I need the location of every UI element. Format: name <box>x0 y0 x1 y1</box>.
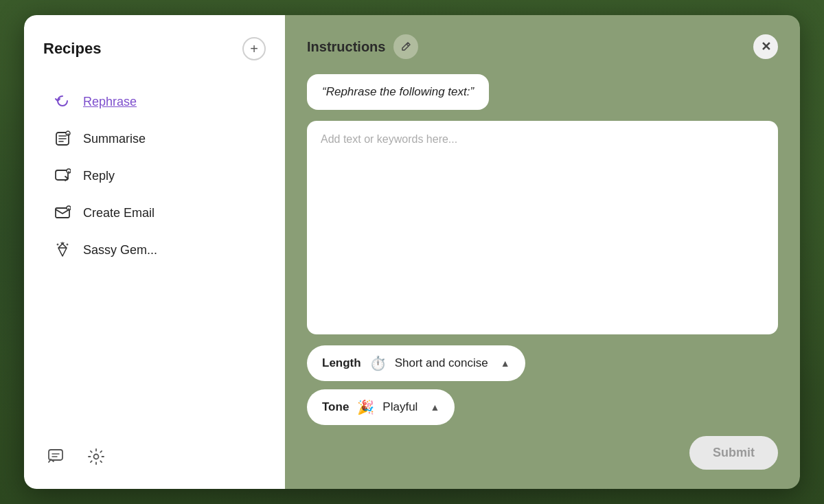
tone-option[interactable]: Tone 🎉 Playful ▲ <box>307 389 455 425</box>
recipe-item-rephrase[interactable]: Rephrase <box>43 85 266 118</box>
svg-text:✦: ✦ <box>67 207 70 211</box>
svg-line-24 <box>407 44 409 46</box>
settings-icon-button[interactable] <box>83 444 109 470</box>
instructions-title: Instructions <box>307 39 385 55</box>
summarise-label: Summarise <box>83 132 146 146</box>
prompt-bubble: “Rephrase the following text:” <box>307 74 489 110</box>
tone-label: Tone <box>322 400 349 414</box>
svg-text:✦: ✦ <box>67 170 70 174</box>
textarea-placeholder: Add text or keywords here... <box>321 133 457 145</box>
recipe-list: Rephrase ✦ Summarise <box>43 85 266 433</box>
svg-line-15 <box>61 243 62 244</box>
reply-label: Reply <box>83 169 115 183</box>
rephrase-label: Rephrase <box>83 95 137 109</box>
add-recipe-button[interactable]: + <box>242 37 266 60</box>
email-icon: ✦ <box>53 205 72 221</box>
length-emoji: ⏱️ <box>369 355 387 371</box>
rephrase-icon <box>53 93 72 110</box>
tone-emoji: 🎉 <box>357 399 374 415</box>
recipe-item-sassy-gem[interactable]: Sassy Gem... <box>43 233 266 266</box>
svg-point-23 <box>94 455 99 459</box>
recipes-title: Recipes <box>43 40 101 58</box>
reply-icon: ✦ <box>53 168 72 184</box>
options-area: Length ⏱️ Short and concise ▲ Tone 🎉 Pla… <box>307 345 778 425</box>
svg-rect-20 <box>49 450 62 460</box>
chat-icon-button[interactable] <box>43 444 69 470</box>
create-email-label: Create Email <box>83 206 154 220</box>
length-chevron-icon: ▲ <box>501 358 510 369</box>
edit-icon-button[interactable] <box>393 34 418 59</box>
length-option[interactable]: Length ⏱️ Short and concise ▲ <box>307 345 525 381</box>
length-label: Length <box>322 356 361 370</box>
submit-button[interactable]: Submit <box>689 436 778 470</box>
recipe-item-summarise[interactable]: ✦ Summarise <box>43 122 266 155</box>
prompt-text: “Rephrase the following text:” <box>322 85 474 99</box>
sassy-gem-label: Sassy Gem... <box>83 243 157 257</box>
recipe-item-create-email[interactable]: ✦ Create Email <box>43 196 266 229</box>
summarise-icon: ✦ <box>53 130 72 147</box>
recipe-item-reply[interactable]: ✦ Reply <box>43 159 266 192</box>
tone-chevron-icon: ▲ <box>430 402 439 413</box>
right-panel: Instructions ✕ “Rephrase the following t… <box>285 15 800 489</box>
left-footer <box>43 433 266 470</box>
recipes-header: Recipes + <box>43 37 266 60</box>
right-header: Instructions ✕ <box>307 34 778 59</box>
gem-icon <box>53 242 72 258</box>
left-panel: Recipes + Rephrase <box>24 15 285 489</box>
svg-line-14 <box>63 243 64 244</box>
tone-value: Playful <box>382 400 417 414</box>
bottom-row: Submit <box>307 436 778 470</box>
instructions-title-area: Instructions <box>307 34 418 59</box>
close-button[interactable]: ✕ <box>753 34 778 59</box>
length-value: Short and concise <box>395 356 488 370</box>
text-input-area[interactable]: Add text or keywords here... <box>307 121 778 334</box>
svg-rect-6 <box>56 170 68 180</box>
main-container: Recipes + Rephrase <box>24 15 800 489</box>
svg-text:✦: ✦ <box>67 132 69 136</box>
